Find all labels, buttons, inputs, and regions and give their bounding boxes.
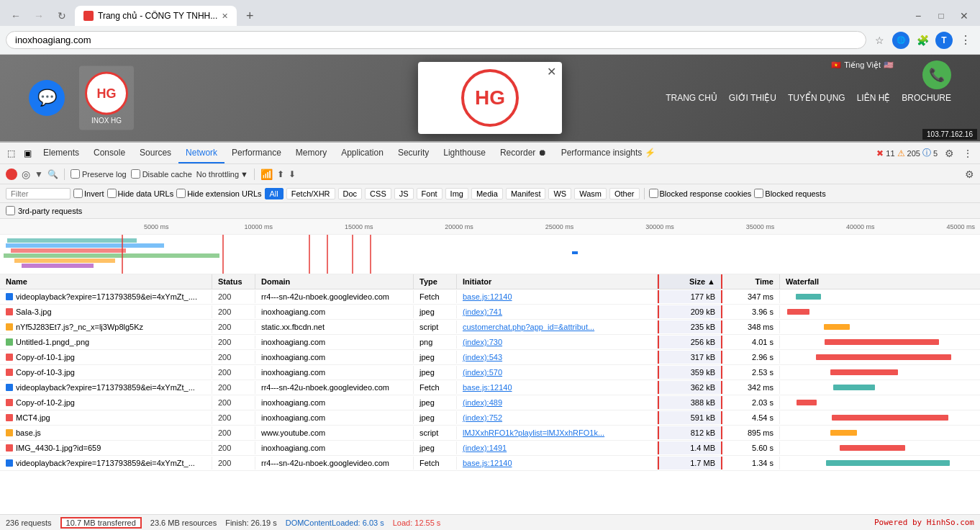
filter-input[interactable] (6, 188, 71, 199)
td-initiator[interactable]: base.js:12140 (457, 381, 658, 394)
record-btn[interactable] (6, 169, 17, 180)
td-initiator[interactable]: (index):570 (457, 366, 658, 379)
tab-network[interactable]: Network (178, 143, 224, 163)
tab-memory[interactable]: Memory (289, 143, 334, 163)
th-name[interactable]: Name (0, 274, 212, 289)
th-domain[interactable]: Domain (255, 274, 414, 289)
type-btn-wasm[interactable]: Wasm (574, 188, 607, 199)
tab-close-icon[interactable]: ✕ (222, 12, 228, 21)
type-btn-media[interactable]: Media (471, 188, 503, 199)
active-tab[interactable]: Trang chủ - CÔNG TY TNHH... ✕ (75, 6, 237, 26)
language-selector[interactable]: 🇻🇳 Tiếng Việt 🇺🇸 (831, 60, 894, 70)
type-btn-css[interactable]: CSS (365, 188, 391, 199)
nav-forward[interactable]: → (29, 6, 49, 26)
table-row[interactable]: base.js 200 www.youtube.com script lMJXx… (0, 426, 980, 441)
td-initiator[interactable]: (index):741 (457, 305, 658, 318)
minimize-btn[interactable]: − (908, 6, 928, 26)
th-time[interactable]: Time (722, 274, 780, 289)
td-initiator[interactable]: base.js:12140 (457, 290, 658, 303)
type-btn-js[interactable]: JS (394, 188, 414, 199)
table-row[interactable]: Copy-of-10-1.jpg 200 inoxhoagiang.com jp… (0, 350, 980, 365)
table-row[interactable]: MCT4.jpg 200 inoxhoagiang.com jpeg (inde… (0, 410, 980, 426)
td-initiator[interactable]: lMJXxhRFO1k?playlist=lMJXxhRFO1k... (457, 426, 658, 439)
extension-icon[interactable]: 🌐 (892, 32, 909, 49)
type-btn-all[interactable]: All (265, 188, 283, 199)
puzzle-icon[interactable]: 🧩 (914, 32, 931, 49)
devtools-more-btn[interactable]: ⋮ (958, 145, 977, 162)
type-btn-doc[interactable]: Doc (338, 188, 363, 199)
wifi-icon[interactable]: 📶 (260, 169, 273, 180)
throttle-select-wrapper[interactable]: No throttling ▼ (196, 170, 248, 179)
download-icon[interactable]: ⬇ (289, 169, 296, 179)
devtools-icon-2[interactable]: ▣ (19, 145, 36, 161)
td-initiator[interactable]: (index):489 (457, 396, 658, 409)
td-time: 342 ms (722, 381, 780, 394)
invert-label[interactable]: Invert (73, 189, 104, 198)
phone-button[interactable]: 📞 (922, 60, 951, 89)
modal-close-button[interactable]: ✕ (547, 65, 556, 78)
preserve-log-label[interactable]: Preserve log (71, 169, 127, 179)
tab-application[interactable]: Application (334, 143, 391, 163)
chrome-menu-icon[interactable]: ⋮ (957, 32, 974, 49)
table-row[interactable]: nYf5J283Et7.js?_nc_x=lj3Wp8lg5Kz 200 sta… (0, 320, 980, 335)
upload-icon[interactable]: ⬆ (277, 169, 284, 179)
hide-extension-urls-label[interactable]: Hide extension URLs (176, 189, 261, 198)
address-bar[interactable] (6, 31, 866, 49)
td-initiator[interactable]: (index):752 (457, 411, 658, 424)
tab-performance[interactable]: Performance (224, 143, 289, 163)
td-initiator[interactable]: (index):1491 (457, 441, 658, 454)
td-initiator[interactable]: (index):730 (457, 336, 658, 349)
profile-icon[interactable]: T (935, 32, 953, 49)
type-btn-other[interactable]: Other (609, 188, 640, 199)
type-btn-fetch[interactable]: Fetch/XHR (286, 188, 335, 199)
tab-sources[interactable]: Sources (132, 143, 178, 163)
disable-cache-checkbox[interactable] (131, 169, 140, 179)
type-btn-ws[interactable]: WS (548, 188, 571, 199)
preserve-log-checkbox[interactable] (71, 169, 80, 179)
th-size[interactable]: Size ▲ (658, 274, 722, 289)
type-btn-img[interactable]: Img (445, 188, 468, 199)
blocked-requests-label[interactable]: Blocked requests (754, 189, 825, 198)
tab-recorder[interactable]: Recorder ⏺ (493, 143, 554, 163)
nav-back[interactable]: ← (6, 6, 26, 26)
new-tab-button[interactable]: + (240, 6, 260, 26)
table-row[interactable]: Copy-of-10-3.jpg 200 inoxhoagiang.com jp… (0, 365, 980, 380)
bookmark-icon[interactable]: ☆ (871, 32, 888, 49)
blocked-cookies-label[interactable]: Blocked response cookies (649, 189, 752, 198)
td-waterfall (780, 410, 980, 425)
chat-button[interactable]: 💬 (29, 80, 65, 116)
td-initiator[interactable]: customerchat.php?app_id=&attribut... (457, 320, 658, 333)
table-row[interactable]: IMG_4430-1.jpg?id=659 200 inoxhoagiang.c… (0, 441, 980, 456)
third-party-checkbox[interactable] (6, 206, 15, 215)
tab-elements[interactable]: Elements (36, 143, 86, 163)
hide-data-urls-label[interactable]: Hide data URLs (107, 189, 174, 198)
maximize-btn[interactable]: □ (931, 6, 951, 26)
search-btn[interactable]: 🔍 (47, 169, 58, 179)
td-initiator[interactable]: (index):543 (457, 351, 658, 364)
table-row[interactable]: Untitled-1.pngd_.png 200 inoxhoagiang.co… (0, 335, 980, 350)
filter-toggle-btn[interactable]: ▼ (35, 169, 43, 179)
tab-performance-insights[interactable]: Performance insights ⚡ (554, 143, 663, 163)
devtools-settings-btn[interactable]: ⚙ (940, 145, 958, 162)
table-row[interactable]: Copy-of-10-2.jpg 200 inoxhoagiang.com jp… (0, 395, 980, 410)
close-btn[interactable]: ✕ (954, 6, 974, 26)
tab-lighthouse[interactable]: Lighthouse (436, 143, 493, 163)
table-row[interactable]: videoplayback?expire=1713793859&ei=4xYmZ… (0, 289, 980, 305)
disable-cache-label[interactable]: Disable cache (131, 169, 192, 179)
th-status[interactable]: Status (212, 274, 255, 289)
type-btn-manifest[interactable]: Manifest (506, 188, 546, 199)
td-initiator[interactable]: base.js:12140 (457, 457, 658, 470)
th-waterfall[interactable]: Waterfall (780, 274, 980, 289)
tab-security[interactable]: Security (391, 143, 436, 163)
devtools-icon-1[interactable]: ⬚ (3, 145, 19, 161)
tab-console[interactable]: Console (86, 143, 132, 163)
clear-btn[interactable]: ◎ (22, 169, 30, 179)
th-type[interactable]: Type (414, 274, 457, 289)
th-initiator[interactable]: Initiator (457, 274, 658, 289)
type-btn-font[interactable]: Font (417, 188, 443, 199)
table-row[interactable]: Sala-3.jpg 200 inoxhoagiang.com jpeg (in… (0, 305, 980, 320)
network-settings-btn[interactable]: ⚙ (965, 169, 974, 180)
table-row[interactable]: videoplayback?expire=1713793859&ei=4xYmZ… (0, 456, 980, 471)
nav-refresh[interactable]: ↻ (52, 6, 72, 26)
table-row[interactable]: videoplayback?expire=1713793859&ei=4xYmZ… (0, 380, 980, 395)
